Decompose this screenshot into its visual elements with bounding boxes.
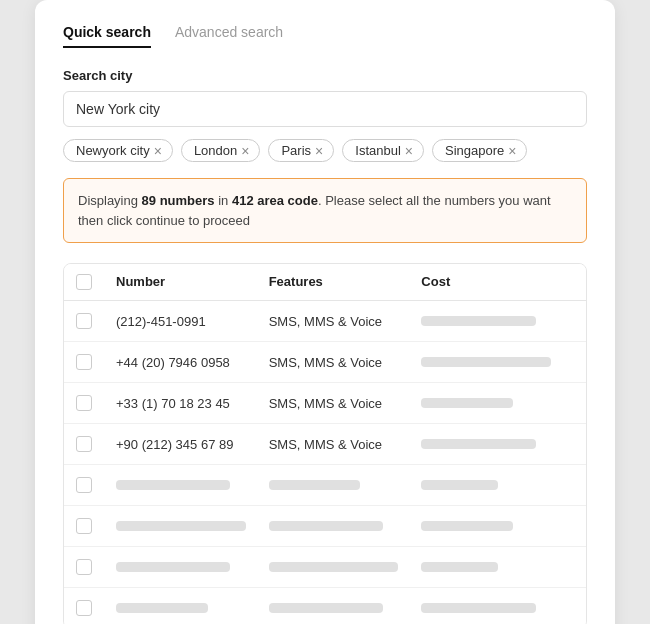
cell-number-skeleton [116, 480, 269, 490]
select-all-checkbox[interactable] [76, 274, 92, 290]
cell-features-2: SMS, MMS & Voice [269, 396, 422, 411]
row-checkbox-2[interactable] [76, 395, 92, 411]
tag-label: Singapore [445, 143, 504, 158]
tab-advanced-search[interactable]: Advanced search [175, 24, 283, 48]
search-input-wrap[interactable] [63, 91, 587, 127]
tag-newyork: Newyork city × [63, 139, 173, 162]
cell-number-1: +44 (20) 7946 0958 [116, 355, 269, 370]
row-checkbox-wrap[interactable] [76, 518, 116, 534]
cell-features-skeleton [269, 521, 422, 531]
cell-cost-skeleton [421, 521, 574, 531]
tag-label: Newyork city [76, 143, 150, 158]
row-checkbox-7[interactable] [76, 600, 92, 616]
city-tags: Newyork city × London × Paris × Istanbul… [63, 139, 587, 162]
cell-features-3: SMS, MMS & Voice [269, 437, 422, 452]
cell-cost-2 [421, 398, 574, 408]
cell-features-skeleton [269, 480, 422, 490]
tag-london: London × [181, 139, 261, 162]
table-header-row: Number Features Cost [64, 264, 586, 301]
cell-number-skeleton [116, 521, 269, 531]
tag-istanbul: Istanbul × [342, 139, 424, 162]
table-row-skeleton [64, 506, 586, 547]
col-header-number: Number [116, 274, 269, 290]
tag-paris: Paris × [268, 139, 334, 162]
tag-close-singapore[interactable]: × [508, 144, 516, 158]
cell-features-0: SMS, MMS & Voice [269, 314, 422, 329]
row-checkbox-3[interactable] [76, 436, 92, 452]
header-checkbox-wrap[interactable] [76, 274, 116, 290]
row-checkbox-wrap[interactable] [76, 313, 116, 329]
alert-area: 412 area code [232, 193, 318, 208]
cell-cost-3 [421, 439, 574, 449]
table-row-skeleton [64, 588, 586, 624]
row-checkbox-4[interactable] [76, 477, 92, 493]
main-card: Quick search Advanced search Search city… [35, 0, 615, 624]
table-row: +90 (212) 345 67 89 SMS, MMS & Voice [64, 424, 586, 465]
row-checkbox-wrap[interactable] [76, 395, 116, 411]
tag-label: London [194, 143, 237, 158]
table-row: +44 (20) 7946 0958 SMS, MMS & Voice [64, 342, 586, 383]
alert-prefix: Displaying [78, 193, 142, 208]
row-checkbox-6[interactable] [76, 559, 92, 575]
cell-features-skeleton [269, 562, 422, 572]
tag-label: Paris [281, 143, 311, 158]
table-row: +33 (1) 70 18 23 45 SMS, MMS & Voice [64, 383, 586, 424]
cell-cost-0 [421, 316, 574, 326]
tag-singapore: Singapore × [432, 139, 527, 162]
cell-features-1: SMS, MMS & Voice [269, 355, 422, 370]
cell-number-3: +90 (212) 345 67 89 [116, 437, 269, 452]
row-checkbox-wrap[interactable] [76, 600, 116, 616]
row-checkbox-wrap[interactable] [76, 477, 116, 493]
cell-number-skeleton [116, 603, 269, 613]
table-row-skeleton [64, 465, 586, 506]
row-checkbox-wrap[interactable] [76, 436, 116, 452]
cell-cost-skeleton [421, 480, 574, 490]
search-city-label: Search city [63, 68, 587, 83]
row-checkbox-wrap[interactable] [76, 559, 116, 575]
tab-quick-search[interactable]: Quick search [63, 24, 151, 48]
row-checkbox-wrap[interactable] [76, 354, 116, 370]
table-row-skeleton [64, 547, 586, 588]
col-header-cost: Cost [421, 274, 574, 290]
cell-number-0: (212)-451-0991 [116, 314, 269, 329]
col-header-features: Features [269, 274, 422, 290]
search-input[interactable] [76, 101, 574, 117]
row-checkbox-1[interactable] [76, 354, 92, 370]
alert-count: 89 numbers [142, 193, 215, 208]
cell-number-2: +33 (1) 70 18 23 45 [116, 396, 269, 411]
tabs-container: Quick search Advanced search [63, 24, 587, 48]
tag-label: Istanbul [355, 143, 401, 158]
cell-number-skeleton [116, 562, 269, 572]
tag-close-newyork[interactable]: × [154, 144, 162, 158]
alert-banner: Displaying 89 numbers in 412 area code. … [63, 178, 587, 243]
table-row: (212)-451-0991 SMS, MMS & Voice [64, 301, 586, 342]
row-checkbox-0[interactable] [76, 313, 92, 329]
tag-close-london[interactable]: × [241, 144, 249, 158]
numbers-table: Number Features Cost (212)-451-0991 SMS,… [63, 263, 587, 624]
alert-middle: in [215, 193, 232, 208]
cell-cost-skeleton [421, 562, 574, 572]
cell-features-skeleton [269, 603, 422, 613]
tag-close-istanbul[interactable]: × [405, 144, 413, 158]
cell-cost-1 [421, 357, 574, 367]
tag-close-paris[interactable]: × [315, 144, 323, 158]
cell-cost-skeleton [421, 603, 574, 613]
row-checkbox-5[interactable] [76, 518, 92, 534]
